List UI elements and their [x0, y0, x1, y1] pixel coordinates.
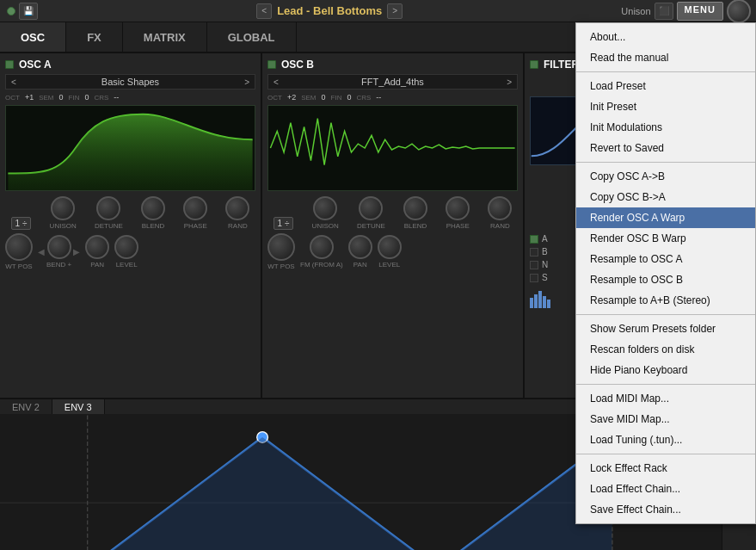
save-icon[interactable]: 💾: [19, 3, 38, 20]
osc-b-knob-unison: UNISON: [312, 196, 339, 230]
menu-resample-osc-a[interactable]: Resample to OSC A: [576, 249, 755, 269]
osc-a-wt-prev[interactable]: <: [11, 77, 16, 87]
menu-copy-osc-a-b[interactable]: Copy OSC A->B: [576, 166, 755, 187]
osc-b-title: OSC B: [281, 59, 314, 71]
menu-rescan-folders[interactable]: Rescan folders on disk: [576, 339, 755, 360]
menu-load-effect-chain[interactable]: Load Effect Chain...: [576, 479, 755, 499]
menu-revert-saved[interactable]: Revert to Saved: [576, 138, 755, 158]
menu-save-midi-map[interactable]: Save MIDI Map...: [576, 409, 755, 429]
osc-b-stepper[interactable]: 1 ÷: [274, 217, 294, 230]
osc-a-indicator[interactable]: [5, 60, 14, 69]
osc-a-knob-blend: BLEND: [141, 196, 165, 230]
osc-b-fm-knob[interactable]: [310, 235, 334, 259]
osc-a-knob-unison: UNISON: [50, 196, 77, 230]
filter-route-a[interactable]: [530, 235, 538, 244]
master-knob[interactable]: [727, 0, 751, 23]
menu-button[interactable]: MENU: [677, 2, 723, 21]
osc-a-wt-next[interactable]: >: [244, 77, 249, 87]
top-bar: 💾 < Lead - Bell Bottoms > Unison ⬛ MENU: [0, 0, 756, 22]
osc-a-waveform: [5, 105, 255, 191]
osc-a-knob-detune: DETUNE: [95, 196, 123, 230]
menu-resample-stereo[interactable]: Resample to A+B (Stereo): [576, 290, 755, 311]
osc-a-level-knob[interactable]: [114, 235, 138, 259]
tab-osc[interactable]: OSC: [0, 22, 66, 52]
osc-b-knob-blend: BLEND: [403, 196, 427, 230]
osc-b-knob-phase: PHASE: [446, 196, 470, 230]
osc-a-unison-knob[interactable]: [51, 196, 75, 220]
osc-a-crs[interactable]: --: [114, 93, 119, 102]
menu-hide-piano[interactable]: Hide Piano Keyboard: [576, 360, 755, 380]
menu-copy-osc-b-a[interactable]: Copy OSC B->A: [576, 187, 755, 207]
osc-b-phase-knob[interactable]: [446, 196, 470, 220]
osc-b-blend-knob[interactable]: [403, 196, 427, 220]
osc-b-knob-row: 1 ÷ UNISON DETUNE BLEND PHASE RAND: [267, 196, 518, 230]
osc-b-wavetable-bar[interactable]: < FFT_Add_4ths >: [267, 74, 518, 90]
osc-a-blend-knob[interactable]: [141, 196, 165, 220]
settings-icon[interactable]: ⬛: [655, 3, 673, 20]
menu-render-osc-b-warp[interactable]: Render OSC B Warp: [576, 228, 755, 249]
menu-save-effect-chain[interactable]: Save Effect Chain...: [576, 499, 755, 520]
preset-bar: < Lead - Bell Bottoms >: [38, 3, 621, 19]
osc-b-crs[interactable]: --: [376, 93, 381, 102]
osc-b-detune-knob[interactable]: [359, 196, 383, 220]
menu-show-serum-presets[interactable]: Show Serum Presets folder: [576, 318, 755, 339]
osc-a-bend-right[interactable]: ▶: [73, 247, 80, 256]
osc-b-fin[interactable]: 0: [347, 93, 351, 102]
env-tab-env3[interactable]: ENV 3: [52, 399, 105, 414]
osc-a-bend-left[interactable]: ◀: [38, 247, 45, 256]
osc-b-sem[interactable]: 0: [322, 93, 326, 102]
osc-a-wt-pos-knob[interactable]: [5, 233, 33, 261]
svg-rect-1: [534, 294, 538, 308]
menu-resample-osc-b[interactable]: Resample to OSC B: [576, 269, 755, 290]
env-tab-env2[interactable]: ENV 2: [0, 399, 52, 414]
osc-b-wt-pos-knob[interactable]: [267, 233, 295, 261]
menu-init-preset[interactable]: Init Preset: [576, 96, 755, 117]
filter-route-n[interactable]: [530, 261, 538, 269]
osc-a-detune-knob[interactable]: [96, 196, 120, 220]
top-bar-left: 💾: [0, 3, 38, 20]
tab-fx[interactable]: FX: [66, 22, 123, 52]
osc-a-phase-knob[interactable]: [183, 196, 207, 220]
osc-a-oct[interactable]: +1: [25, 93, 34, 102]
osc-a-sem[interactable]: 0: [59, 93, 64, 102]
osc-a-wavetable-bar[interactable]: < Basic Shapes >: [5, 74, 255, 90]
osc-b-indicator[interactable]: [267, 60, 276, 69]
osc-b-unison-knob[interactable]: [313, 196, 337, 220]
dropdown-menu: About... Read the manual Load Preset Ini…: [575, 22, 756, 524]
menu-sep-1: [576, 71, 755, 72]
top-bar-right: Unison ⬛ MENU: [621, 0, 756, 23]
svg-rect-0: [530, 298, 533, 308]
osc-b-pan-knob[interactable]: [348, 235, 372, 259]
osc-b-wt-next[interactable]: >: [507, 77, 512, 87]
filter-indicator[interactable]: [530, 60, 538, 69]
menu-load-tuning[interactable]: Load Tuning (.tun)...: [576, 429, 755, 450]
osc-a-header: OSC A: [5, 59, 255, 71]
menu-load-preset[interactable]: Load Preset: [576, 76, 755, 96]
menu-about[interactable]: About...: [576, 27, 755, 47]
menu-render-osc-a-warp[interactable]: Render OSC A Warp: [576, 207, 755, 228]
filter-route-s[interactable]: [530, 274, 538, 282]
tab-matrix[interactable]: MATRIX: [123, 22, 207, 52]
tab-global[interactable]: GLOBAL: [207, 22, 297, 52]
menu-read-manual[interactable]: Read the manual: [576, 47, 755, 68]
menu-load-midi-map[interactable]: Load MIDI Map...: [576, 388, 755, 409]
prev-preset-button[interactable]: <: [256, 3, 272, 19]
osc-b-rand-knob[interactable]: [488, 196, 512, 220]
menu-lock-effect-rack[interactable]: Lock Effect Rack: [576, 458, 755, 479]
osc-a-knob-rand: RAND: [225, 196, 249, 230]
osc-a-stepper[interactable]: 1 ÷: [11, 217, 32, 230]
menu-init-modulations[interactable]: Init Modulations: [576, 117, 755, 138]
osc-a-bend-knob[interactable]: [47, 235, 71, 259]
osc-b-bottom-row: WT POS FM (FROM A) PAN LEVEL: [267, 233, 518, 270]
menu-sep-3: [576, 314, 755, 315]
next-preset-button[interactable]: >: [387, 3, 403, 19]
osc-a-params: OCT +1 SEM 0 FIN 0 CRS --: [5, 93, 255, 102]
osc-b-level-knob[interactable]: [378, 235, 402, 259]
svg-rect-3: [543, 296, 546, 308]
osc-a-rand-knob[interactable]: [225, 196, 249, 220]
osc-b-oct[interactable]: +2: [287, 93, 296, 102]
osc-a-fin[interactable]: 0: [84, 93, 89, 102]
osc-a-pan-knob[interactable]: [85, 235, 109, 259]
osc-b-wt-prev[interactable]: <: [274, 77, 279, 87]
filter-route-b[interactable]: [530, 248, 538, 256]
